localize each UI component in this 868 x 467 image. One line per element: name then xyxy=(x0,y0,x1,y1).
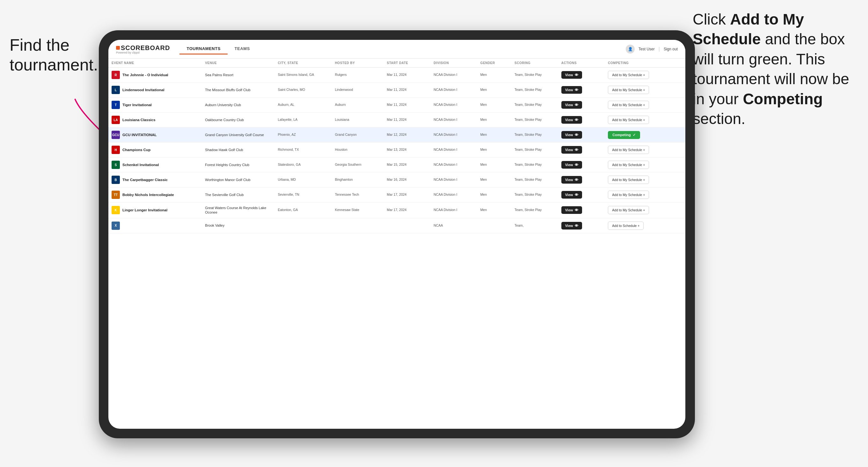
division-cell: NCAA Division I xyxy=(430,157,477,173)
view-button[interactable]: View 👁 xyxy=(561,222,582,229)
date-cell: Mar 15, 2024 xyxy=(384,157,431,173)
add-to-schedule-button[interactable]: Add to Schedule + xyxy=(608,222,644,230)
view-button[interactable]: View 👁 xyxy=(561,116,582,124)
venue-cell: Worthington Manor Golf Club xyxy=(202,173,275,187)
add-label: Add to My Schedule + xyxy=(612,118,645,122)
event-name-text: GCU INVITATIONAL xyxy=(122,133,157,137)
event-name-text: Schenkel Invitational xyxy=(122,162,159,167)
col-header-division: DIVISION xyxy=(430,59,477,68)
competing-cell: Add to My Schedule + xyxy=(605,187,685,203)
competing-button[interactable]: Competing ✓ xyxy=(608,131,640,139)
table-row: LA Louisiana Classics Oakbourne Country … xyxy=(108,113,685,127)
tab-tournaments[interactable]: TOURNAMENTS xyxy=(180,44,227,55)
logo-icon xyxy=(116,46,120,50)
city-cell: Sevierville, TN xyxy=(275,187,332,203)
add-to-schedule-button[interactable]: Add to My Schedule + xyxy=(608,206,649,214)
event-name-text: Lindenwood Invitational xyxy=(122,88,164,92)
tournament-table: EVENT NAME VENUE CITY, STATE HOSTED BY S… xyxy=(108,59,685,234)
date-cell: Mar 16, 2024 xyxy=(384,173,431,187)
tab-teams[interactable]: TEAMS xyxy=(227,44,257,55)
add-to-schedule-button[interactable]: Add to My Schedule + xyxy=(608,146,649,154)
actions-cell: View 👁 xyxy=(558,203,605,218)
add-to-schedule-button[interactable]: Add to My Schedule + xyxy=(608,71,649,79)
scoring-cell: Team, Stroke Play xyxy=(511,187,558,203)
actions-cell: View 👁 xyxy=(558,68,605,83)
sign-out-link[interactable]: Sign out xyxy=(664,47,678,51)
hosted-cell: Kennesaw State xyxy=(332,203,384,218)
venue-cell: Grand Canyon University Golf Course xyxy=(202,127,275,143)
eye-icon: 👁 xyxy=(575,88,578,92)
col-header-city: CITY, STATE xyxy=(275,59,332,68)
hosted-cell: Houston xyxy=(332,143,384,157)
add-to-schedule-button[interactable]: Add to My Schedule + xyxy=(608,86,649,94)
add-to-schedule-button[interactable]: Add to My Schedule + xyxy=(608,101,649,109)
event-name-text: Bobby Nichols Intercollegiate xyxy=(122,192,174,197)
view-button[interactable]: View 👁 xyxy=(561,161,582,168)
date-cell: Mar 11, 2024 xyxy=(384,97,431,113)
add-label: Add to My Schedule + xyxy=(612,103,645,107)
view-button[interactable]: View 👁 xyxy=(561,71,582,79)
logo-area: SCOREBOARD Powered by clippd xyxy=(116,44,170,54)
table-row: H Champions Cup Shadow Hawk Golf ClubRic… xyxy=(108,143,685,157)
view-button[interactable]: View 👁 xyxy=(561,131,582,139)
event-name-cell: GCU GCU INVITATIONAL xyxy=(112,131,198,139)
team-logo: H xyxy=(112,146,120,154)
view-button[interactable]: View 👁 xyxy=(561,86,582,94)
date-cell: Mar 11, 2024 xyxy=(384,83,431,97)
division-cell: NCAA Division I xyxy=(430,127,477,143)
hosted-cell: Rutgers xyxy=(332,68,384,83)
date-cell: Mar 11, 2024 xyxy=(384,68,431,83)
competing-label: Competing xyxy=(612,133,630,137)
add-to-schedule-button[interactable]: Add to My Schedule + xyxy=(608,161,649,169)
eye-icon: 👁 xyxy=(575,193,578,197)
add-label: Add to My Schedule + xyxy=(612,148,645,152)
view-button[interactable]: View 👁 xyxy=(561,101,582,109)
scoring-cell: Team, Stroke Play xyxy=(511,203,558,218)
city-cell: Auburn, AL xyxy=(275,97,332,113)
team-logo: X xyxy=(112,222,120,230)
eye-icon: 👁 xyxy=(575,148,578,152)
city-cell: Statesboro, GA xyxy=(275,157,332,173)
user-avatar: 👤 xyxy=(626,44,635,54)
eye-icon: 👁 xyxy=(575,73,578,77)
add-label: Add to My Schedule + xyxy=(612,193,645,197)
logo-sub: Powered by clippd xyxy=(116,51,170,54)
add-to-schedule-button[interactable]: Add to My Schedule + xyxy=(608,191,649,199)
add-to-schedule-button[interactable]: Add to My Schedule + xyxy=(608,116,649,124)
gender-cell: Men xyxy=(477,157,511,173)
table-row: T Tiger Invitational Auburn University C… xyxy=(108,97,685,113)
actions-cell: View 👁 xyxy=(558,218,605,233)
event-name-text: Tiger Invitational xyxy=(122,103,152,107)
view-button[interactable]: View 👁 xyxy=(561,176,582,184)
city-cell xyxy=(275,218,332,233)
col-header-actions: ACTIONS xyxy=(558,59,605,68)
event-name-text: The Carpetbagger Classic xyxy=(122,178,168,182)
view-button[interactable]: View 👁 xyxy=(561,191,582,198)
city-cell: Eatonton, GA xyxy=(275,203,332,218)
view-button[interactable]: View 👁 xyxy=(561,146,582,154)
eye-icon: 👁 xyxy=(575,224,578,227)
table-row: GCU GCU INVITATIONAL Grand Canyon Univer… xyxy=(108,127,685,143)
actions-cell: View 👁 xyxy=(558,127,605,143)
gender-cell xyxy=(477,218,511,233)
nav-bar: SCOREBOARD Powered by clippd TOURNAMENTS… xyxy=(108,40,685,59)
table-row: R The Johnnie - O Individual Sea Palms R… xyxy=(108,68,685,83)
scoring-cell: Team, Stroke Play xyxy=(511,68,558,83)
hosted-cell xyxy=(332,218,384,233)
add-to-schedule-button[interactable]: Add to My Schedule + xyxy=(608,176,649,184)
hosted-cell: Auburn xyxy=(332,97,384,113)
event-name-cell: LA Louisiana Classics xyxy=(112,116,198,124)
table-row: S Schenkel Invitational Forest Heights C… xyxy=(108,157,685,173)
scoring-cell: Team, xyxy=(511,218,558,233)
add-label: Add to My Schedule + xyxy=(612,208,645,212)
competing-cell: Add to My Schedule + xyxy=(605,113,685,127)
team-logo: K xyxy=(112,206,120,214)
date-cell: Mar 13, 2024 xyxy=(384,143,431,157)
team-logo: R xyxy=(112,71,120,79)
venue-cell: The Sevierville Golf Club xyxy=(202,187,275,203)
team-logo: GCU xyxy=(112,131,120,139)
hosted-cell: Tennessee Tech xyxy=(332,187,384,203)
date-cell xyxy=(384,218,431,233)
view-button[interactable]: View 👁 xyxy=(561,206,582,214)
division-cell: NCAA xyxy=(430,218,477,233)
